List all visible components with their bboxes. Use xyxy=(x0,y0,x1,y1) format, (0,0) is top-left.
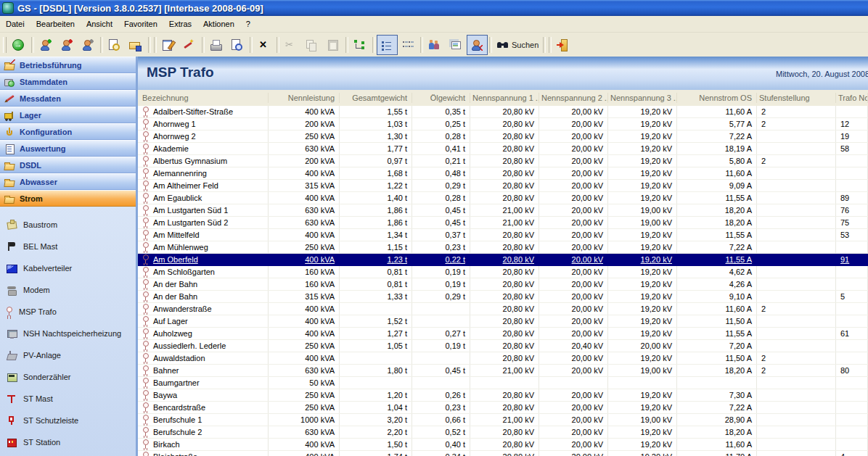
toolbar-separator[interactable] xyxy=(148,37,151,53)
sidebar-item-pv-anlage[interactable]: PV-Anlage xyxy=(0,344,136,366)
table-row[interactable]: An der Bahn 315 kVA 1,33 t 0,29 t 20,80 … xyxy=(138,291,868,303)
toolbar-separator[interactable] xyxy=(372,37,375,53)
paste-button[interactable] xyxy=(323,35,344,55)
delete-button[interactable] xyxy=(254,35,275,55)
list-view-button[interactable] xyxy=(377,35,398,55)
add-record-button[interactable] xyxy=(36,35,57,55)
folder-save-button[interactable] xyxy=(126,35,147,55)
sidebar-group-strom[interactable]: Strom xyxy=(0,190,136,207)
table-row[interactable]: Bahner 630 kVA 1,80 t 0,45 t 21,00 kV 20… xyxy=(138,365,868,377)
column-header[interactable]: Gesamtgewicht xyxy=(340,93,412,103)
table-row[interactable]: Akademie 630 kVA 1,77 t 0,41 t 20,80 kV … xyxy=(138,143,868,155)
table-row[interactable]: Am Mittelfeld 400 kVA 1,34 t 0,37 t 20,8… xyxy=(138,229,868,241)
sidebar-group-konfiguration[interactable]: Konfiguration xyxy=(0,123,136,140)
table-row[interactable]: Albertus Gymnasium 200 kVA 0,97 t 0,21 t… xyxy=(138,155,868,167)
toolbar-separator[interactable] xyxy=(345,37,348,53)
sidebar-item-baustrom[interactable]: Baustrom xyxy=(0,214,136,236)
table-row[interactable]: Am Egaublick 400 kVA 1,40 t 0,28 t 20,80… xyxy=(138,192,868,204)
toolbar-separator[interactable] xyxy=(154,37,157,53)
card-view-button[interactable] xyxy=(398,35,419,55)
table-row[interactable]: Ahornweg 1 200 kVA 1,03 t 0,25 t 20,80 k… xyxy=(138,118,868,130)
print-button[interactable] xyxy=(206,35,227,55)
toolbar-separator[interactable] xyxy=(31,37,34,53)
sidebar-item-kabelverteiler[interactable]: Kabelverteiler xyxy=(0,257,136,279)
copy-button[interactable] xyxy=(302,35,323,55)
table-row[interactable]: Alemannenring 400 kVA 1,68 t 0,48 t 20,8… xyxy=(138,167,868,180)
cut-button[interactable] xyxy=(281,35,302,55)
sidebar-item-bel-mast[interactable]: BEL Mast xyxy=(0,236,136,257)
table-row[interactable]: Anwanderstraße 400 kVA 20,80 kV 20,00 kV… xyxy=(138,303,868,315)
table-row[interactable]: Adalbert-Stifter-Straße 400 kVA 1,55 t 0… xyxy=(138,106,868,118)
users-button[interactable] xyxy=(425,35,446,55)
column-header[interactable]: Nennstrom OS xyxy=(677,93,757,103)
sidebar-group-abwasser[interactable]: Abwasser xyxy=(0,173,136,190)
sidebar-item-modem[interactable]: Modem xyxy=(0,279,136,301)
menu-datei[interactable]: Datei xyxy=(0,17,30,30)
toolbar-separator[interactable] xyxy=(543,37,546,53)
toolbar-separator[interactable] xyxy=(277,37,279,53)
sidebar-group-auswertung[interactable]: Auswertung xyxy=(0,140,136,157)
table-row[interactable]: Am Lustgarten Süd 1 630 kVA 1,86 t 0,45 … xyxy=(138,204,868,217)
column-header[interactable]: Ölgewicht xyxy=(412,93,470,103)
table-row[interactable]: Baywa 250 kVA 1,20 t 0,26 t 20,80 kV 20,… xyxy=(138,389,868,402)
table-row[interactable]: Am Altheimer Feld 315 kVA 1,22 t 0,29 t … xyxy=(138,180,868,192)
column-header[interactable]: Nennspannung 3 ... xyxy=(608,93,677,103)
wizard-button[interactable] xyxy=(179,35,200,55)
table-row[interactable]: Auwaldstadion 400 kVA 20,80 kV 20,00 kV … xyxy=(138,352,868,365)
edit-record-button[interactable] xyxy=(78,35,99,55)
sidebar-item-nsh[interactable]: NSH Nachtspeicherheizung xyxy=(0,323,136,344)
table-row[interactable]: An der Bahn 160 kVA 0,81 t 0,19 t 20,80 … xyxy=(138,278,868,291)
toolbar-separator[interactable] xyxy=(202,37,205,53)
column-header[interactable]: Trafo No xyxy=(836,93,868,103)
sidebar-item-msp-trafo[interactable]: MSP Trafo xyxy=(0,301,136,323)
delete-record-button[interactable] xyxy=(57,35,78,55)
sidebar-group-messdaten[interactable]: Messdaten xyxy=(0,90,136,107)
toolbar-gripper[interactable] xyxy=(3,37,7,53)
sidebar-group-lager[interactable]: Lager xyxy=(0,107,136,123)
menu-hilfe[interactable]: ? xyxy=(240,17,256,30)
person-block-button[interactable] xyxy=(467,35,488,55)
toolbar-separator[interactable] xyxy=(549,37,552,53)
sidebar-item-sonderzaehler[interactable]: Sonderzähler xyxy=(0,366,136,388)
table-row[interactable]: Am Mühlenweg 250 kVA 1,15 t 0,23 t 20,80… xyxy=(138,241,868,254)
toolbar-separator[interactable] xyxy=(489,37,492,53)
toolbar-separator[interactable] xyxy=(420,37,423,53)
print-preview-button[interactable] xyxy=(227,35,248,55)
column-header[interactable]: Nennleistung xyxy=(269,93,340,103)
table-row[interactable]: Birkach 400 kVA 1,50 t 0,40 t 20,80 kV 2… xyxy=(138,439,868,451)
sidebar-item-st-schutzleiste[interactable]: ST Schutzleiste xyxy=(0,410,136,431)
edit-form-button[interactable] xyxy=(158,35,179,55)
menu-aktionen[interactable]: Aktionen xyxy=(197,17,240,30)
table-row[interactable]: Am Oberfeld 400 kVA 1,23 t 0,22 t 20,80 … xyxy=(138,254,868,266)
suchen-button[interactable]: Suchen xyxy=(494,35,541,55)
photos-button[interactable] xyxy=(446,35,467,55)
sidebar-group-dsdl[interactable]: DSDL xyxy=(0,157,136,173)
menu-extras[interactable]: Extras xyxy=(163,17,197,30)
column-header[interactable]: Bezeichnung xyxy=(138,93,269,103)
table-row[interactable]: Baumgartner 50 kVA xyxy=(138,377,868,389)
table-row[interactable]: Am Schloßgarten 160 kVA 0,81 t 0,19 t 20… xyxy=(138,266,868,278)
find-document-button[interactable] xyxy=(105,35,126,55)
table-row[interactable]: Auf Lager 400 kVA 1,52 t 20,80 kV 20,00 … xyxy=(138,315,868,328)
menu-ansicht[interactable]: Ansicht xyxy=(81,17,118,30)
table-row[interactable]: Bencardstraße 250 kVA 1,04 t 0,23 t 20,8… xyxy=(138,402,868,414)
table-row[interactable]: Ahornweg 2 250 kVA 1,30 t 0,28 t 20,80 k… xyxy=(138,130,868,143)
sidebar-item-st-mast[interactable]: ST Mast xyxy=(0,388,136,410)
exit-button[interactable] xyxy=(553,35,574,55)
column-header[interactable]: Nennspannung 1 ... xyxy=(470,93,539,103)
table-row[interactable]: Bleichstraße 400 kVA 1,74 t 0,34 t 20,80… xyxy=(138,451,868,456)
table-row[interactable]: Berufschule 2 630 kVA 2,20 t 0,52 t 20,8… xyxy=(138,426,868,439)
toolbar-separator[interactable] xyxy=(100,37,103,53)
column-header[interactable]: Nennspannung 2 ... xyxy=(539,93,608,103)
menu-favoriten[interactable]: Favoriten xyxy=(118,17,163,30)
column-header[interactable]: Stufenstellung xyxy=(757,93,836,103)
table-row[interactable]: Auholzweg 400 kVA 1,27 t 0,27 t 20,80 kV… xyxy=(138,328,868,340)
table-row[interactable]: Am Lustgarten Süd 2 630 kVA 1,86 t 0,45 … xyxy=(138,217,868,229)
toolbar-separator[interactable] xyxy=(250,37,253,53)
tree-view-button[interactable] xyxy=(350,35,371,55)
table-row[interactable]: Aussiedlerh. Lederle 250 kVA 1,05 t 0,19… xyxy=(138,340,868,352)
sidebar-group-stammdaten[interactable]: Stammdaten xyxy=(0,73,136,90)
sidebar-item-st-station[interactable]: ST Station xyxy=(0,431,136,453)
sidebar-item-partial[interactable] xyxy=(0,453,136,456)
menu-bearbeiten[interactable]: Bearbeiten xyxy=(30,17,81,30)
